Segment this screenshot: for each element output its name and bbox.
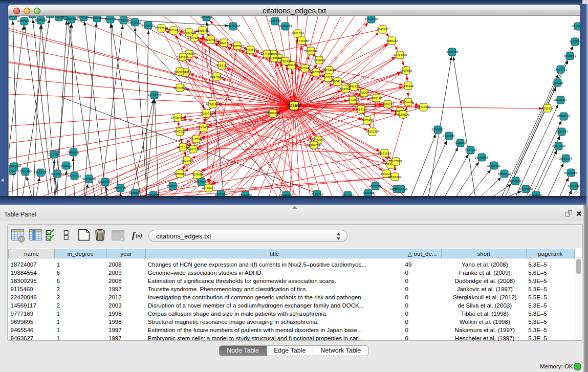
svg-text:86578091: 86578091 xyxy=(210,75,224,78)
svg-text:13171274: 13171274 xyxy=(188,36,202,39)
svg-text:00524278: 00524278 xyxy=(559,157,573,160)
svg-text:87234309: 87234309 xyxy=(365,17,379,20)
svg-text:6690967: 6690967 xyxy=(129,191,141,194)
svg-text:04499727: 04499727 xyxy=(182,31,196,34)
svg-text:73178108: 73178108 xyxy=(227,25,241,28)
svg-text:00766177: 00766177 xyxy=(202,186,215,189)
svg-text:1745961: 1745961 xyxy=(177,56,189,59)
svg-text:98084124: 98084124 xyxy=(557,115,571,118)
svg-text:1031051: 1031051 xyxy=(104,17,117,20)
svg-text:67737826: 67737826 xyxy=(155,27,168,30)
svg-text:37631165: 37631165 xyxy=(128,21,142,24)
svg-text:2328120: 2328120 xyxy=(370,97,382,100)
svg-text:3158692: 3158692 xyxy=(431,128,444,131)
svg-text:6998543: 6998543 xyxy=(564,54,576,57)
svg-text:3482477: 3482477 xyxy=(217,41,230,45)
svg-text:62729806: 62729806 xyxy=(194,181,208,184)
svg-text:99091334: 99091334 xyxy=(366,130,380,133)
svg-text:9743953: 9743953 xyxy=(173,130,186,133)
svg-text:0842710: 0842710 xyxy=(347,85,360,88)
svg-text:3285884: 3285884 xyxy=(174,172,186,176)
svg-text:81223623: 81223623 xyxy=(98,180,112,183)
svg-text:7770143: 7770143 xyxy=(298,67,311,70)
svg-text:10122691: 10122691 xyxy=(9,16,20,17)
svg-text:34957885: 34957885 xyxy=(310,71,323,74)
svg-text:69784801: 69784801 xyxy=(17,19,31,23)
svg-text:32931839: 32931839 xyxy=(378,152,391,155)
svg-text:5674680: 5674680 xyxy=(260,52,273,55)
svg-text:31713900: 31713900 xyxy=(417,105,431,108)
svg-text:3518233: 3518233 xyxy=(322,76,334,79)
svg-text:4711382: 4711382 xyxy=(403,100,415,103)
svg-text:1592124: 1592124 xyxy=(541,107,554,110)
svg-text:53755646: 53755646 xyxy=(148,93,162,96)
svg-text:62386922: 62386922 xyxy=(206,103,220,106)
svg-text:79740344: 79740344 xyxy=(311,138,325,141)
svg-text:1326773: 1326773 xyxy=(269,19,281,23)
svg-text:5466889: 5466889 xyxy=(147,193,160,196)
svg-text:18724007: 18724007 xyxy=(287,104,302,107)
svg-text:81177589: 81177589 xyxy=(389,160,403,163)
svg-text:3387262: 3387262 xyxy=(200,16,212,18)
svg-text:2260256: 2260256 xyxy=(443,135,455,138)
svg-text:60385977: 60385977 xyxy=(231,45,245,48)
svg-text:9413186: 9413186 xyxy=(355,108,367,111)
svg-text:4216073: 4216073 xyxy=(454,141,466,144)
svg-text:34714345: 34714345 xyxy=(82,178,96,181)
svg-text:1627204: 1627204 xyxy=(214,193,227,196)
svg-text:4966319: 4966319 xyxy=(369,185,381,188)
svg-text:9912419: 9912419 xyxy=(342,194,354,196)
svg-text:34874016: 34874016 xyxy=(552,144,566,147)
svg-text:1491905: 1491905 xyxy=(362,191,375,194)
svg-text:6204505: 6204505 xyxy=(568,184,580,187)
svg-text:61595148: 61595148 xyxy=(519,188,533,191)
svg-text:3709859: 3709859 xyxy=(400,69,412,72)
svg-text:02606474: 02606474 xyxy=(278,25,292,28)
svg-text:71906594: 71906594 xyxy=(304,50,318,53)
svg-text:39502402: 39502402 xyxy=(388,176,402,179)
svg-text:9421047: 9421047 xyxy=(177,146,189,149)
svg-text:9521456: 9521456 xyxy=(181,159,193,162)
svg-text:34624751: 34624751 xyxy=(554,68,568,71)
svg-text:0330923: 0330923 xyxy=(280,193,293,196)
svg-text:3685160: 3685160 xyxy=(386,39,398,42)
svg-text:67010651: 67010651 xyxy=(142,24,156,27)
svg-text:65648236: 65648236 xyxy=(529,194,543,196)
svg-text:19384554: 19384554 xyxy=(307,144,321,147)
svg-text:01429401: 01429401 xyxy=(487,164,501,167)
svg-text:9821465: 9821465 xyxy=(168,29,180,32)
svg-text:87277434: 87277434 xyxy=(68,174,81,178)
svg-text:77752047: 77752047 xyxy=(357,91,371,94)
svg-text:4896383: 4896383 xyxy=(66,17,78,20)
svg-text:62702895: 62702895 xyxy=(173,86,187,90)
svg-text:7889579: 7889579 xyxy=(67,151,79,154)
svg-text:17080531: 17080531 xyxy=(239,194,253,196)
svg-text:8708317: 8708317 xyxy=(60,164,73,167)
svg-text:7193745: 7193745 xyxy=(311,193,323,196)
svg-text:1671902: 1671902 xyxy=(347,98,359,101)
svg-text:0932480: 0932480 xyxy=(205,38,217,41)
svg-text:85574443: 85574443 xyxy=(322,69,336,72)
svg-text:1746120: 1746120 xyxy=(402,84,414,87)
svg-text:5098393: 5098393 xyxy=(91,16,103,19)
svg-text:71746488: 71746488 xyxy=(295,39,309,42)
svg-text:4316117: 4316117 xyxy=(216,64,229,67)
svg-text:1824493: 1824493 xyxy=(556,130,568,133)
svg-text:54145868: 54145868 xyxy=(475,156,489,159)
svg-text:25135427: 25135427 xyxy=(554,98,568,101)
svg-text:0812191: 0812191 xyxy=(572,25,580,28)
svg-text:36995777: 36995777 xyxy=(9,169,19,172)
svg-text:2787429: 2787429 xyxy=(279,60,292,63)
svg-text:6193990: 6193990 xyxy=(569,40,580,43)
svg-text:7917693: 7917693 xyxy=(48,153,60,156)
svg-text:4060883: 4060883 xyxy=(509,180,521,183)
svg-text:8677496: 8677496 xyxy=(361,119,374,122)
svg-text:4005045: 4005045 xyxy=(174,70,186,73)
svg-text:49894134: 49894134 xyxy=(331,80,344,83)
svg-text:13433200: 13433200 xyxy=(34,171,48,174)
svg-text:7543303: 7543303 xyxy=(465,148,477,151)
svg-text:8148932: 8148932 xyxy=(35,18,47,21)
svg-text:76320163: 76320163 xyxy=(51,172,64,176)
svg-text:80112805: 80112805 xyxy=(564,171,578,174)
svg-text:5009788: 5009788 xyxy=(446,50,459,53)
